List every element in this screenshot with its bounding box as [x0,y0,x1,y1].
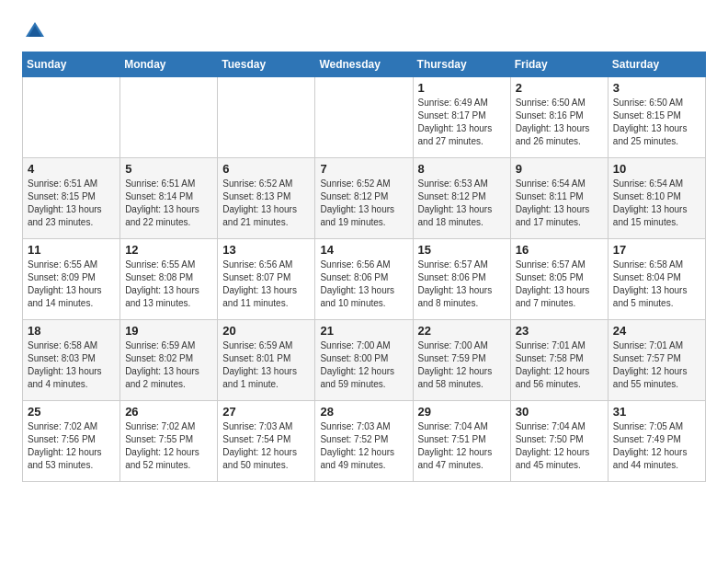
week-row-1: 4Sunrise: 6:51 AM Sunset: 8:15 PM Daylig… [23,158,706,239]
day-info: Sunrise: 6:57 AM Sunset: 8:06 PM Dayligh… [418,259,506,310]
header-row: SundayMondayTuesdayWednesdayThursdayFrid… [23,52,706,77]
calendar-cell: 27Sunrise: 7:03 AM Sunset: 7:54 PM Dayli… [218,401,315,482]
calendar-cell: 18Sunrise: 6:58 AM Sunset: 8:03 PM Dayli… [23,320,120,401]
day-info: Sunrise: 6:54 AM Sunset: 8:11 PM Dayligh… [516,178,603,229]
day-info: Sunrise: 6:49 AM Sunset: 8:17 PM Dayligh… [418,97,506,148]
day-number: 6 [222,162,310,176]
day-number: 11 [28,243,115,257]
day-number: 30 [516,405,603,419]
day-info: Sunrise: 6:58 AM Sunset: 8:04 PM Dayligh… [613,259,700,310]
day-number: 2 [516,81,603,95]
day-info: Sunrise: 7:00 AM Sunset: 8:00 PM Dayligh… [320,339,407,391]
day-info: Sunrise: 6:56 AM Sunset: 8:06 PM Dayligh… [320,259,407,310]
day-number: 23 [516,324,603,338]
calendar-cell: 6Sunrise: 6:52 AM Sunset: 8:13 PM Daylig… [218,158,315,239]
calendar-cell: 10Sunrise: 6:54 AM Sunset: 8:10 PM Dayli… [608,158,705,239]
day-info: Sunrise: 6:52 AM Sunset: 8:12 PM Dayligh… [320,178,407,229]
day-info: Sunrise: 6:53 AM Sunset: 8:12 PM Dayligh… [418,178,506,229]
calendar-table: SundayMondayTuesdayWednesdayThursdayFrid… [22,52,706,482]
calendar-cell: 31Sunrise: 7:05 AM Sunset: 7:49 PM Dayli… [608,401,705,482]
day-number: 24 [613,324,700,338]
day-info: Sunrise: 6:59 AM Sunset: 8:02 PM Dayligh… [125,339,212,391]
day-info: Sunrise: 7:02 AM Sunset: 7:55 PM Dayligh… [125,420,212,472]
week-row-2: 11Sunrise: 6:55 AM Sunset: 8:09 PM Dayli… [23,239,706,320]
day-info: Sunrise: 7:00 AM Sunset: 7:59 PM Dayligh… [418,339,506,391]
day-info: Sunrise: 6:52 AM Sunset: 8:13 PM Dayligh… [222,178,310,229]
calendar-cell: 12Sunrise: 6:55 AM Sunset: 8:08 PM Dayli… [120,239,218,320]
week-row-0: 1Sunrise: 6:49 AM Sunset: 8:17 PM Daylig… [23,77,706,158]
calendar-cell: 23Sunrise: 7:01 AM Sunset: 7:58 PM Dayli… [510,320,608,401]
day-number: 4 [28,162,115,176]
calendar-cell: 21Sunrise: 7:00 AM Sunset: 8:00 PM Dayli… [315,320,413,401]
day-info: Sunrise: 7:04 AM Sunset: 7:50 PM Dayligh… [516,420,603,472]
day-info: Sunrise: 7:01 AM Sunset: 7:57 PM Dayligh… [613,339,700,391]
calendar-cell: 4Sunrise: 6:51 AM Sunset: 8:15 PM Daylig… [23,158,120,239]
day-number: 9 [516,162,603,176]
day-info: Sunrise: 7:05 AM Sunset: 7:49 PM Dayligh… [613,420,700,472]
day-info: Sunrise: 6:59 AM Sunset: 8:01 PM Dayligh… [222,339,310,391]
day-number: 10 [613,162,700,176]
logo [22,18,51,44]
day-number: 18 [28,324,115,338]
calendar-cell: 7Sunrise: 6:52 AM Sunset: 8:12 PM Daylig… [315,158,413,239]
day-info: Sunrise: 6:50 AM Sunset: 8:15 PM Dayligh… [613,97,700,148]
calendar-cell [315,77,413,158]
week-row-3: 18Sunrise: 6:58 AM Sunset: 8:03 PM Dayli… [23,320,706,401]
header [22,18,706,44]
day-info: Sunrise: 7:03 AM Sunset: 7:54 PM Dayligh… [222,420,310,472]
calendar-body: 1Sunrise: 6:49 AM Sunset: 8:17 PM Daylig… [23,77,706,482]
day-number: 17 [613,243,700,257]
calendar-cell: 16Sunrise: 6:57 AM Sunset: 8:05 PM Dayli… [510,239,608,320]
day-number: 29 [418,405,506,419]
header-thursday: Thursday [413,52,510,77]
day-info: Sunrise: 6:50 AM Sunset: 8:16 PM Dayligh… [516,97,603,148]
day-number: 8 [418,162,506,176]
day-number: 31 [613,405,700,419]
calendar-cell: 11Sunrise: 6:55 AM Sunset: 8:09 PM Dayli… [23,239,120,320]
calendar-cell: 19Sunrise: 6:59 AM Sunset: 8:02 PM Dayli… [120,320,218,401]
day-number: 7 [320,162,407,176]
day-number: 1 [418,81,506,95]
day-info: Sunrise: 6:55 AM Sunset: 8:08 PM Dayligh… [125,259,212,310]
calendar-cell: 8Sunrise: 6:53 AM Sunset: 8:12 PM Daylig… [413,158,510,239]
day-number: 22 [418,324,506,338]
calendar-cell [23,77,120,158]
calendar-cell: 29Sunrise: 7:04 AM Sunset: 7:51 PM Dayli… [413,401,510,482]
calendar-cell: 26Sunrise: 7:02 AM Sunset: 7:55 PM Dayli… [120,401,218,482]
header-tuesday: Tuesday [218,52,315,77]
header-wednesday: Wednesday [315,52,413,77]
calendar-cell: 2Sunrise: 6:50 AM Sunset: 8:16 PM Daylig… [510,77,608,158]
calendar-cell: 5Sunrise: 6:51 AM Sunset: 8:14 PM Daylig… [120,158,218,239]
day-number: 13 [222,243,310,257]
calendar-cell: 20Sunrise: 6:59 AM Sunset: 8:01 PM Dayli… [218,320,315,401]
calendar-cell: 1Sunrise: 6:49 AM Sunset: 8:17 PM Daylig… [413,77,510,158]
day-info: Sunrise: 6:51 AM Sunset: 8:15 PM Dayligh… [28,178,115,229]
calendar-cell: 13Sunrise: 6:56 AM Sunset: 8:07 PM Dayli… [218,239,315,320]
day-number: 15 [418,243,506,257]
day-info: Sunrise: 7:01 AM Sunset: 7:58 PM Dayligh… [516,339,603,391]
calendar-cell: 9Sunrise: 6:54 AM Sunset: 8:11 PM Daylig… [510,158,608,239]
day-info: Sunrise: 6:58 AM Sunset: 8:03 PM Dayligh… [28,339,115,391]
day-info: Sunrise: 6:51 AM Sunset: 8:14 PM Dayligh… [125,178,212,229]
day-number: 14 [320,243,407,257]
header-friday: Friday [510,52,608,77]
calendar-cell: 28Sunrise: 7:03 AM Sunset: 7:52 PM Dayli… [315,401,413,482]
day-number: 26 [125,405,212,419]
header-monday: Monday [120,52,218,77]
calendar-cell: 15Sunrise: 6:57 AM Sunset: 8:06 PM Dayli… [413,239,510,320]
day-info: Sunrise: 6:56 AM Sunset: 8:07 PM Dayligh… [222,259,310,310]
day-number: 25 [28,405,115,419]
calendar-cell: 24Sunrise: 7:01 AM Sunset: 7:57 PM Dayli… [608,320,705,401]
header-sunday: Sunday [23,52,120,77]
week-row-4: 25Sunrise: 7:02 AM Sunset: 7:56 PM Dayli… [23,401,706,482]
calendar-cell: 25Sunrise: 7:02 AM Sunset: 7:56 PM Dayli… [23,401,120,482]
calendar-cell [120,77,218,158]
calendar-header: SundayMondayTuesdayWednesdayThursdayFrid… [23,52,706,77]
logo-icon [22,18,48,44]
day-number: 16 [516,243,603,257]
day-number: 19 [125,324,212,338]
calendar-cell: 17Sunrise: 6:58 AM Sunset: 8:04 PM Dayli… [608,239,705,320]
day-number: 5 [125,162,212,176]
day-info: Sunrise: 7:03 AM Sunset: 7:52 PM Dayligh… [320,420,407,472]
day-number: 20 [222,324,310,338]
